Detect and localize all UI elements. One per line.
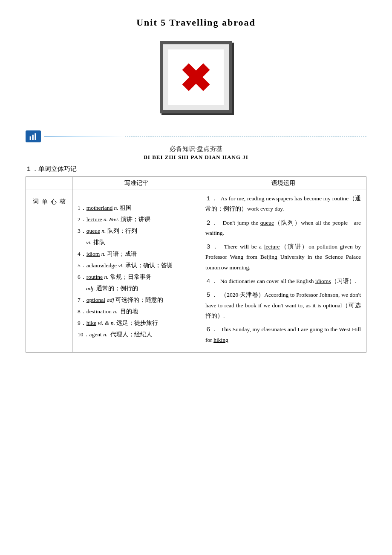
context-item-6: ６． This Sunday, my classmates and I are … (205, 324, 361, 345)
col-header-right: 语境运用 (200, 177, 366, 190)
row-label: 核心单词 (26, 190, 72, 353)
svg-rect-0 (30, 136, 31, 140)
context-item-1: １． As for me, reading newspapers has bec… (205, 194, 361, 214)
svg-rect-2 (35, 133, 36, 140)
section-icon (26, 130, 41, 142)
context-cell: １． As for me, reading newspapers has bec… (200, 190, 366, 353)
vocab-item-9: 9．hike vi. & n. 远足；徒步旅行 (78, 317, 195, 329)
svg-rect-1 (32, 135, 34, 140)
vocab-item-4: 4．idiom n. 习语；成语 (78, 248, 195, 260)
section-subtitle-chinese: 必备知识·盘点夯基 (26, 145, 366, 153)
vocab-item-3: 3．queue n. 队列；行列 (78, 225, 195, 237)
vocab-item-3b: vi. 排队 (86, 237, 195, 248)
context-item-4: ４． No dictionaries can cover all the Eng… (205, 276, 361, 286)
section-subtitle-pinyin: BI BEI ZHI SHI PAN DIAN HANG JI (26, 154, 366, 161)
vocab-item-6: 6．routine n. 常规；日常事务 (78, 271, 195, 283)
vocab-item-7: 7．optional adj 可选择的；随意的 (78, 294, 195, 306)
vocab-item-6b: adj. 通常的；例行的 (86, 283, 195, 294)
vocab-list-cell: 1．motherland n. 祖国 2．lecture n. &vi. 演讲；… (72, 190, 200, 353)
vocab-item-2: 2．lecture n. &vi. 演讲；讲课 (78, 214, 195, 225)
vocab-section-title: １．单词立体巧记 (26, 165, 366, 173)
context-item-2: ２． Don't jump the queue（队列）when all the … (205, 218, 361, 239)
col-header-left: 写准记牢 (72, 177, 200, 190)
section-header (26, 130, 366, 142)
chart-icon (29, 132, 37, 141)
vocab-item-1: 1．motherland n. 祖国 (78, 202, 195, 214)
page-title: Unit 5 Travelling abroad (26, 17, 366, 28)
vocab-item-8: 8．destination n. 目的地 (78, 306, 195, 317)
context-item-3: ３． There will be a lecture（演讲）on polluti… (205, 242, 361, 273)
vocab-table: 写准记牢 语境运用 核心单词 1．motherland n. 祖国 2．lect… (26, 176, 366, 353)
context-item-5: ５． （2020·天津卷）According to Professor John… (205, 290, 361, 321)
unit-image (26, 41, 366, 113)
vocab-item-5: 5．acknowledge vt. 承认；确认；答谢 (78, 260, 195, 271)
vocab-item-10: 10．agent n. 代理人；经纪人 (78, 329, 195, 340)
